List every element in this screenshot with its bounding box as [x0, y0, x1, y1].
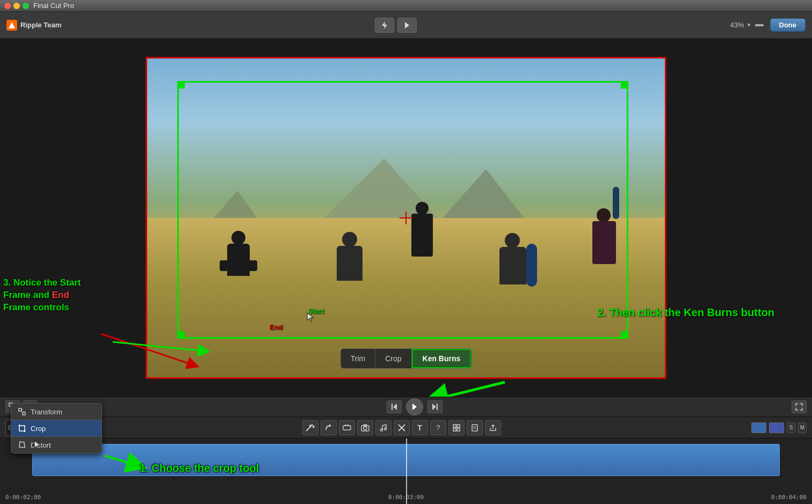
start-label: Start: [308, 307, 324, 315]
svg-line-9: [435, 382, 505, 397]
minimize-button[interactable]: [13, 3, 20, 9]
svg-rect-3: [755, 24, 764, 26]
timeline-bar: [0, 397, 812, 417]
top-bar-buttons[interactable]: [375, 18, 417, 33]
svg-marker-0: [9, 22, 15, 28]
svg-point-30: [364, 427, 367, 430]
distort-icon: [18, 441, 26, 449]
app-container: Ripple Team 43% ▼ Done 3. Notice the Sta…: [0, 12, 812, 504]
svg-rect-37: [457, 425, 460, 427]
share-button[interactable]: [485, 420, 501, 435]
svg-marker-24: [313, 425, 315, 428]
dropdown-item-distort[interactable]: Distort: [11, 437, 102, 453]
transform-icon: [18, 407, 26, 416]
person-2: [328, 232, 371, 307]
trim-button[interactable]: Trim: [341, 349, 375, 368]
help-button[interactable]: ?: [430, 420, 446, 435]
team-name: Ripple Team: [20, 21, 61, 29]
transitions-button[interactable]: [394, 420, 410, 435]
distort-label: Distort: [31, 441, 51, 449]
dropdown-item-crop[interactable]: Crop: [11, 420, 102, 436]
zoom-extra-icon: [754, 20, 765, 31]
svg-rect-48: [19, 426, 25, 431]
video-clip[interactable]: Video Clip: [32, 444, 780, 476]
zoom-display: 43% ▼: [730, 20, 765, 31]
blue-track-button[interactable]: [751, 422, 766, 433]
svg-rect-36: [453, 425, 456, 427]
app-title: Final Cut Pro: [33, 2, 74, 10]
ripple-icon: [6, 20, 17, 31]
svg-marker-2: [405, 22, 409, 28]
timeline-area[interactable]: Video Clip 0:00:02;00 0:00:03:00 0:00:04…: [0, 439, 812, 504]
maximize-button[interactable]: [23, 3, 29, 9]
dropdown-item-transform[interactable]: Transform: [11, 404, 102, 420]
top-bar: Ripple Team 43% ▼ Done: [0, 12, 812, 39]
person-5: [586, 208, 624, 294]
preview-area: 3. Notice the Start Frame and End Frame …: [0, 39, 812, 397]
purple-track-button[interactable]: [769, 422, 784, 433]
svg-marker-15: [393, 404, 397, 410]
freeze-frame-button[interactable]: [357, 420, 373, 435]
crosshair: [400, 211, 412, 224]
expand-button[interactable]: [792, 400, 807, 413]
skip-back-button[interactable]: [387, 400, 402, 413]
mute-button[interactable]: M: [798, 422, 807, 433]
svg-marker-16: [412, 404, 417, 410]
generators-button[interactable]: [448, 420, 465, 435]
magic-wand-button[interactable]: [302, 420, 318, 435]
ripple-logo: Ripple Team: [6, 20, 61, 31]
svg-marker-18: [432, 404, 436, 410]
playback-controls: [387, 398, 443, 415]
effects-toolbar: 0:00:02 MIN: [0, 417, 812, 439]
timecode-mid: 0:00:03:00: [388, 494, 424, 501]
match-color-button[interactable]: [321, 420, 337, 435]
svg-rect-27: [345, 425, 346, 426]
top-bar-right: 43% ▼ Done: [730, 18, 806, 32]
solo-button[interactable]: S: [787, 422, 795, 433]
lightning-button[interactable]: [375, 18, 394, 33]
audio-button[interactable]: [375, 420, 392, 435]
dropdown-menu: Transform Crop Distort: [11, 403, 102, 454]
svg-rect-40: [472, 425, 477, 431]
svg-rect-14: [392, 404, 393, 410]
person-1: [220, 231, 257, 301]
titlebar: Final Cut Pro: [0, 0, 812, 12]
svg-marker-51: [19, 442, 25, 448]
svg-point-32: [380, 429, 382, 431]
svg-point-33: [384, 428, 386, 430]
svg-rect-45: [23, 412, 25, 415]
zoom-value: 43%: [730, 21, 744, 29]
titles-icon: T: [417, 423, 422, 432]
svg-rect-44: [19, 408, 21, 411]
ken-burns-button[interactable]: Ken Burns: [412, 349, 472, 368]
crop-button[interactable]: Crop: [375, 349, 411, 368]
svg-rect-17: [437, 404, 438, 410]
titles-button[interactable]: T: [412, 420, 428, 435]
inspector-button[interactable]: [467, 420, 483, 435]
done-button[interactable]: Done: [770, 18, 806, 32]
window-controls[interactable]: [4, 3, 29, 9]
play-button[interactable]: [397, 18, 417, 33]
svg-line-19: [306, 427, 310, 431]
crop-icon: [18, 424, 26, 433]
zoom-arrow-icon[interactable]: ▼: [746, 22, 752, 28]
play-pause-button[interactable]: [406, 398, 423, 415]
video-tool-buttons: Trim Crop Ken Burns: [340, 348, 472, 369]
skip-forward-button[interactable]: [427, 400, 443, 413]
track-controls: S M: [751, 422, 807, 433]
person-4: [489, 233, 542, 313]
annotation-3: 3. Notice the Start Frame and End Frame …: [0, 275, 113, 316]
svg-marker-43: [491, 425, 495, 426]
help-icon: ?: [436, 423, 440, 432]
clip-connections-button[interactable]: [339, 420, 355, 435]
timecode-start: 0:00:02;00: [5, 494, 41, 501]
timecode-end: 0:00:04:00: [771, 494, 807, 501]
video-frame: Start End Trim Crop Ken Burns: [146, 57, 666, 379]
svg-marker-1: [382, 21, 387, 29]
end-label: End: [270, 323, 283, 331]
svg-marker-25: [329, 424, 331, 427]
bottom-section: 0:00:02 MIN: [0, 397, 812, 504]
close-button[interactable]: [4, 3, 11, 9]
crop-label: Crop: [31, 425, 46, 433]
svg-rect-26: [343, 426, 351, 430]
